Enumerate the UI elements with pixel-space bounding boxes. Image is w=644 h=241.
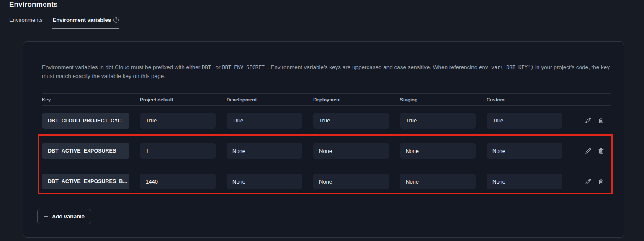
column-header-development: Development xyxy=(227,97,313,102)
environment-variables-card: Environment variables in dbt Cloud must … xyxy=(23,41,624,238)
variable-value-project-default[interactable]: True xyxy=(140,113,216,129)
column-header-custom: Custom xyxy=(487,97,568,102)
pencil-icon[interactable] xyxy=(584,117,592,124)
description-segment: Environment variables in dbt Cloud must … xyxy=(42,64,202,70)
tab-environment-variables[interactable]: Environment variables ? xyxy=(52,17,118,29)
pencil-icon[interactable] xyxy=(584,178,592,185)
variable-value-staging[interactable]: None xyxy=(400,174,476,189)
page-title: Environments xyxy=(9,0,58,9)
column-header-project-default: Project default xyxy=(140,97,227,102)
variable-value-deployment[interactable]: None xyxy=(313,143,389,159)
variable-key: DBT_ACTIVE_EXPOSURES xyxy=(42,143,129,159)
row-actions xyxy=(568,136,611,166)
trash-icon[interactable] xyxy=(597,178,605,185)
row-actions xyxy=(568,166,611,197)
variable-value-development[interactable]: None xyxy=(227,143,302,159)
variable-value-custom[interactable]: None xyxy=(487,143,562,159)
code-dbt-prefix: DBT_ xyxy=(202,64,214,70)
table-row: DBT_ACTIVE_EXPOSURES 1 None None None No… xyxy=(42,136,611,166)
variable-value-custom[interactable]: None xyxy=(487,174,562,189)
add-variable-button[interactable]: + Add variable xyxy=(37,209,91,224)
tab-environments[interactable]: Environments xyxy=(9,17,42,29)
add-variable-label: Add variable xyxy=(52,213,85,220)
code-dbt-env-secret-prefix: DBT_ENV_SECRET_ xyxy=(222,64,267,70)
tab-environment-variables-label: Environment variables xyxy=(52,17,111,23)
column-header-staging: Staging xyxy=(400,97,487,102)
variable-key: DBT_ACTIVE_EXPOSURES_B... xyxy=(42,174,129,189)
variable-value-deployment[interactable]: True xyxy=(313,113,389,129)
description-segment: . Environment variable's keys are upperc… xyxy=(268,64,479,70)
row-actions xyxy=(568,106,611,135)
table-row: DBT_ACTIVE_EXPOSURES_B... 1440 None None… xyxy=(42,166,611,197)
variable-value-project-default[interactable]: 1 xyxy=(140,143,216,159)
variable-value-custom[interactable]: True xyxy=(487,113,562,129)
pencil-icon[interactable] xyxy=(584,147,592,155)
variable-key: DBT_CLOUD_PROJECT_CYC... xyxy=(42,113,129,129)
variable-value-development[interactable]: None xyxy=(227,174,302,189)
table-actions-divider xyxy=(568,93,568,197)
variable-value-deployment[interactable]: None xyxy=(313,174,389,189)
plus-icon: + xyxy=(44,213,48,220)
trash-icon[interactable] xyxy=(597,117,605,124)
trash-icon[interactable] xyxy=(597,147,605,155)
code-env-var-reference: env_var('DBT_KEY') xyxy=(479,64,533,70)
variable-value-staging[interactable]: None xyxy=(400,143,476,159)
column-header-deployment: Deployment xyxy=(313,97,400,102)
variable-value-development[interactable]: True xyxy=(227,113,302,129)
tab-environments-label: Environments xyxy=(9,17,42,23)
variable-value-project-default[interactable]: 1440 xyxy=(140,174,216,189)
table-row: DBT_CLOUD_PROJECT_CYC... True True True … xyxy=(42,106,611,136)
description-text: Environment variables in dbt Cloud must … xyxy=(42,63,615,80)
column-header-key: Key xyxy=(42,97,140,102)
table-header-row: Key Project default Development Deployme… xyxy=(42,93,611,106)
environment-variables-table: Key Project default Development Deployme… xyxy=(42,93,611,197)
tab-bar: Environments Environment variables ? xyxy=(9,17,119,29)
help-icon[interactable]: ? xyxy=(113,17,119,23)
description-segment: or xyxy=(214,64,222,70)
variable-value-staging[interactable]: True xyxy=(400,113,476,129)
